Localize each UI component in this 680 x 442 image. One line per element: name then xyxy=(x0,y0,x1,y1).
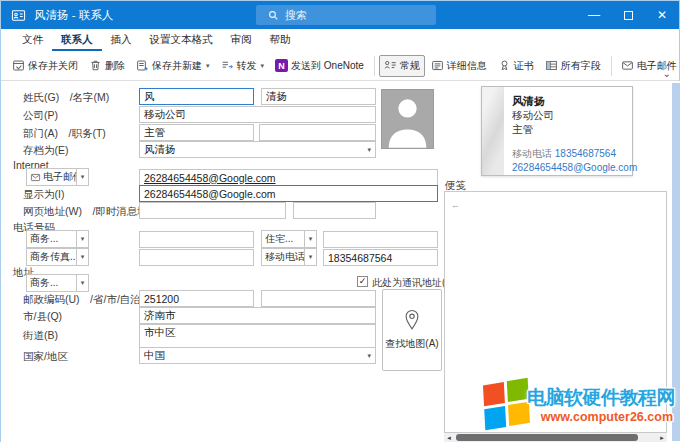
check-icon: ✓ xyxy=(359,277,367,286)
save-close-button[interactable]: 保存并关闭 xyxy=(7,55,83,77)
name-label: 姓氏(G) /名字(M) xyxy=(23,90,109,105)
street-label: 街道(B) xyxy=(23,328,58,343)
file-as-select[interactable]: 风清扬 ▾ xyxy=(139,141,376,158)
phone-business-input[interactable] xyxy=(139,231,254,248)
business-card-preview[interactable]: 风清扬 移动公司 主管 移动电话 18354687564 26284654458… xyxy=(481,86,633,176)
phone-fax-dropdown[interactable]: 商务传真... ▾ xyxy=(26,248,89,266)
caret-down-icon: ▾ xyxy=(76,275,88,291)
titlebar: 风清扬 - 联系人 搜索 — ✕ xyxy=(1,1,679,29)
email-type-dropdown[interactable]: 电子邮件... ▾ xyxy=(26,168,89,186)
city-label: 市/县(Q) xyxy=(23,309,62,324)
scroll-right-arrow[interactable]: ▸ xyxy=(657,433,667,442)
envelope-icon xyxy=(621,59,634,72)
window-title: 风清扬 - 联系人 xyxy=(34,8,113,23)
city-input[interactable] xyxy=(139,307,376,324)
collapse-ribbon-button[interactable]: ⌄ xyxy=(663,70,671,78)
phone-home-input[interactable] xyxy=(323,231,438,248)
save-new-button[interactable]: 保存并新建 ▾ xyxy=(131,55,215,77)
scroll-left-arrow[interactable]: ◂ xyxy=(444,433,454,442)
email-input[interactable] xyxy=(139,169,438,186)
vertical-scrollbar[interactable] xyxy=(672,83,680,441)
save-new-icon xyxy=(136,59,149,72)
trash-icon xyxy=(89,59,102,72)
display-as-input[interactable] xyxy=(139,185,438,202)
zip-input[interactable] xyxy=(139,290,254,307)
notes-textarea[interactable]: ← xyxy=(444,191,667,433)
phone-home-dropdown[interactable]: 住宅... ▾ xyxy=(261,230,317,248)
window-controls: — ✕ xyxy=(577,1,679,29)
phone-business-dropdown[interactable]: 商务... ▾ xyxy=(26,230,89,248)
country-select[interactable]: 中国 ▾ xyxy=(139,347,376,364)
tab-contact[interactable]: 联系人 xyxy=(52,29,102,51)
forward-button[interactable]: 转发 ▾ xyxy=(216,55,270,77)
delete-button[interactable]: 删除 xyxy=(84,55,130,77)
phone-fax-input[interactable] xyxy=(139,249,254,266)
general-card-icon xyxy=(384,59,397,72)
search-placeholder: 搜索 xyxy=(285,8,307,23)
im-address-input[interactable] xyxy=(293,202,376,219)
contact-card-app-icon xyxy=(11,8,26,23)
ribbon-separator xyxy=(374,56,375,76)
find-map-button[interactable]: 查找地图(A) xyxy=(382,289,442,371)
onenote-icon: N xyxy=(275,59,288,72)
caret-down-icon: ▾ xyxy=(304,249,316,265)
ribbon-toolbar: 保存并关闭 删除 保存并新建 ▾ 转发 ▾ N 发送到 OneNote xyxy=(1,51,679,81)
province-input[interactable] xyxy=(261,290,376,307)
tab-insert[interactable]: 插入 xyxy=(102,29,141,51)
minimize-button[interactable]: — xyxy=(577,1,611,29)
caret-down-icon: ▾ xyxy=(76,249,88,265)
display-as-label: 显示为(I) xyxy=(23,187,64,202)
tab-file[interactable]: 文件 xyxy=(13,29,52,51)
caret-down-icon: ▾ xyxy=(206,62,210,70)
card-photo-area xyxy=(482,87,504,175)
certificate-button[interactable]: 证书 xyxy=(493,55,539,77)
general-view-button[interactable]: 常规 xyxy=(379,55,425,77)
close-button[interactable]: ✕ xyxy=(645,1,679,29)
tab-help[interactable]: 帮助 xyxy=(261,29,300,51)
phone-mobile-dropdown[interactable]: 移动电话... ▾ xyxy=(261,248,317,266)
ribbon-separator xyxy=(611,56,612,76)
forward-contact-icon xyxy=(221,59,234,72)
department-input[interactable] xyxy=(139,124,254,141)
menu-bar: 文件 联系人 插入 设置文本格式 审阅 帮助 xyxy=(1,29,679,51)
tab-format-text[interactable]: 设置文本格式 xyxy=(141,29,222,51)
maximize-icon xyxy=(624,11,633,20)
card-mobile-number: 18354687564 xyxy=(555,148,616,159)
caret-down-icon: ▾ xyxy=(304,231,316,247)
web-address-input[interactable] xyxy=(139,202,286,219)
caret-down-icon: ▾ xyxy=(76,169,88,185)
email-field-icon xyxy=(30,172,41,183)
card-company: 移动公司 xyxy=(512,108,628,122)
caret-down-icon: ▾ xyxy=(76,231,88,247)
scrollbar-thumb[interactable] xyxy=(456,434,638,441)
caret-down-icon: ▾ xyxy=(261,62,265,70)
certificate-icon xyxy=(498,59,511,72)
save-close-icon xyxy=(12,59,25,72)
company-label: 公司(P) xyxy=(23,108,58,123)
contact-photo-placeholder[interactable] xyxy=(381,89,434,149)
card-mobile-label: 移动电话 xyxy=(512,148,552,159)
address-type-dropdown[interactable]: 商务... ▾ xyxy=(26,274,89,292)
card-name: 风清扬 xyxy=(512,94,628,108)
map-pin-icon xyxy=(403,309,421,331)
job-title-input[interactable] xyxy=(259,124,376,141)
maximize-button[interactable] xyxy=(611,1,645,29)
horizontal-scrollbar[interactable]: ◂ ▸ xyxy=(444,433,667,442)
company-input[interactable] xyxy=(139,106,376,123)
details-button[interactable]: 详细信息 xyxy=(426,55,492,77)
country-label: 国家/地区 xyxy=(23,349,68,364)
text-cursor-mark: ← xyxy=(451,200,460,210)
last-name-input[interactable] xyxy=(139,88,254,105)
mailing-address-checkbox[interactable]: ✓ xyxy=(357,276,368,287)
caret-down-icon: ▾ xyxy=(367,352,371,360)
details-list-icon xyxy=(431,59,444,72)
phone-mobile-input[interactable] xyxy=(323,249,438,266)
contact-form: 姓氏(G) /名字(M) 公司(P) 部门(A) /职务(T) 存档为(E) 风… xyxy=(1,81,680,442)
first-name-input[interactable] xyxy=(261,88,376,105)
outlook-contact-window: 风清扬 - 联系人 搜索 — ✕ 文件 联系人 插入 设置文本格式 审阅 帮助 … xyxy=(0,0,680,442)
all-fields-button[interactable]: 所有字段 xyxy=(540,55,606,77)
send-to-onenote-button[interactable]: N 发送到 OneNote xyxy=(270,55,369,77)
search-input[interactable]: 搜索 xyxy=(256,5,436,25)
card-email: 26284654458@Google.com xyxy=(512,161,628,175)
tab-review[interactable]: 审阅 xyxy=(222,29,261,51)
